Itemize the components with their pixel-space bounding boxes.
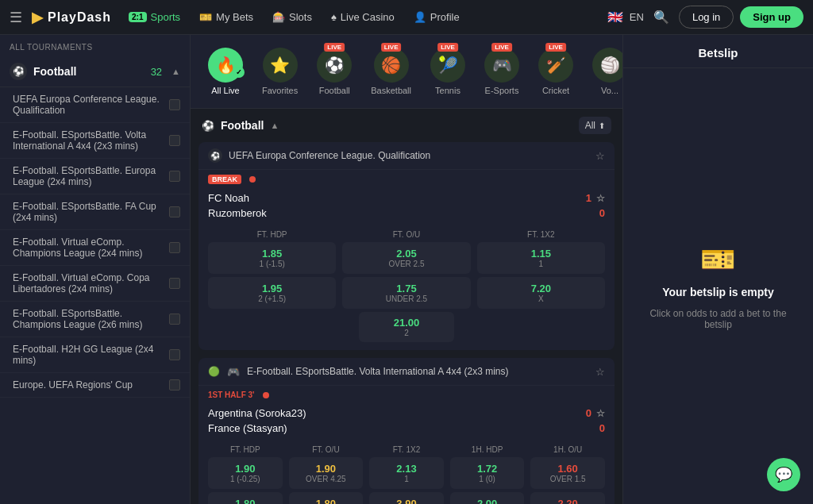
home-team-row: FC Noah 1 ☆ [208,190,605,206]
odds-button[interactable]: 1.80 UNDER 4.25 [289,492,364,504]
sidebar-item-checkbox[interactable] [169,135,180,146]
live-badge: LIVE [437,43,458,52]
section-sport-icon: ⚽ [202,120,214,132]
sport-tab-football[interactable]: LIVE ⚽ Football [309,43,360,100]
odds-row: 1.80 2 (+0.25) 1.80 UNDER 4.25 3.90 X 2.… [208,492,605,504]
sidebar-item-checkbox[interactable] [169,206,180,217]
favorites-label: Favorites [262,86,298,95]
tennis-label: Tennis [435,86,460,95]
odds-header: FT. O/U [342,230,470,239]
live-badge: LIVE [324,43,345,52]
home-team-row: Argentina (Soroka23) 0 ☆ [208,406,605,421]
odds-button[interactable]: 2.13 1 [369,457,444,489]
odds-grid: FT. HDPFT. O/UFT. 1X2 1.85 1 (-1.5) 2.05… [198,225,615,350]
sidebar-item-checkbox[interactable] [169,314,180,325]
signup-button[interactable]: Sign up [740,6,803,28]
favorites-icon: ⭐ [263,48,298,83]
sidebar-item-checkbox[interactable] [169,278,180,289]
sport-tab-tennis[interactable]: LIVE 🎾 Tennis [422,43,473,100]
home-score-value: 0 [579,407,591,419]
sidebar-list-item[interactable]: E-Football. ESportsBattle. FA Cup (2x4 m… [0,194,190,230]
betslip-empty-title: Your betslip is empty [662,286,774,298]
match-league-name: E-Football. ESportsBattle. Volta Interna… [247,366,589,377]
hamburger-menu[interactable]: ☰ [10,9,22,26]
section-filter-button[interactable]: All ⬆ [579,117,611,134]
logo[interactable]: ▶ PlayDash [32,9,111,26]
sidebar-list-item[interactable]: E-Football. ESportsBattle. Volta Interna… [0,123,190,159]
nav-slots[interactable]: 🎰 Slots [264,7,320,27]
odds-button[interactable]: 2.05 OVER 2.5 [342,242,470,274]
sidebar-item-checkbox[interactable] [169,242,180,253]
match-card-match2: 🟢🎮 E-Football. ESportsBattle. Volta Inte… [198,358,615,504]
match-teams: Argentina (Soroka23) 0 ☆ France (Stasyan… [198,404,615,441]
sidebar-list-item[interactable]: E-Football. H2H GG League (2x4 mins) [0,337,190,373]
sidebar-list-item[interactable]: UEFA Europa Conference League. Qualifica… [0,87,190,123]
match-teams: FC Noah 1 ☆ Ruzomberok 0 [198,189,615,225]
match-cards-container: ⚽ UEFA Europa Conference League. Qualifi… [191,142,622,504]
sidebar-list-item[interactable]: E-Football. Virtual eComp. Copa Libertad… [0,266,190,302]
home-team-score: 0 ☆ [579,407,605,419]
live-badge: LIVE [545,43,566,52]
home-team-name: Argentina (Soroka23) [208,407,306,419]
odds-header: 1H. HDP [450,445,525,454]
odds-button[interactable]: 2.20 UNDER 1. [530,492,605,504]
odds-button[interactable]: 1.75 UNDER 2.5 [342,277,470,309]
nav-livecasino[interactable]: ♠ Live Casino [323,7,403,27]
favorite-star-icon[interactable]: ☆ [595,150,605,162]
favorite-star-icon[interactable]: ☆ [595,366,605,378]
livecasino-icon: ♠ [331,11,337,23]
sport-tab-more[interactable]: 🏐 Vo... [584,43,622,100]
odds-button[interactable]: 3.90 X [369,492,444,504]
sidebar-item-label: E-Football. Virtual eComp. Champions Lea… [13,237,169,259]
odds-label: 1 (-0.25) [212,475,279,483]
odds-button[interactable]: 1.90 1 (-0.25) [208,457,283,489]
live-dot [249,176,256,183]
sport-tab-basketball[interactable]: LIVE 🏀 Basketball [363,43,419,100]
sport-tab-favorites[interactable]: ⭐ Favorites [254,43,306,100]
sidebar-item-checkbox[interactable] [169,171,180,182]
sidebar-list-item[interactable]: E-Football. Virtual eComp. Champions Lea… [0,230,190,266]
team-star-icon[interactable]: ☆ [596,193,605,204]
odds-headers: FT. HDPFT. O/UFT. 1X2 [208,230,605,239]
sidebar-list-item[interactable]: E-Football. ESportsBattle. Champions Lea… [0,302,190,337]
sidebar-item-checkbox[interactable] [169,349,180,360]
odds-button[interactable]: 1.90 OVER 4.25 [289,457,364,489]
odds-button[interactable]: 1.60 OVER 1.5 [530,457,605,489]
extra-odds-value: 21.00 [362,317,451,329]
sport-tab-esports[interactable]: LIVE 🎮 E-Sports [476,43,527,100]
sport-tab-alllive[interactable]: 🔥 ✓ All Live [200,43,251,100]
main-layout: ALL TOURNAMENTS ⚽ Football 32 ▲ UEFA Eur… [0,35,813,504]
home-team-score: 1 ☆ [579,192,605,204]
odds-button[interactable]: 1.72 1 (0) [450,457,525,489]
sidebar-item-checkbox[interactable] [169,99,180,110]
nav-mybets[interactable]: 🎫 My Bets [191,7,261,27]
search-button[interactable]: 🔍 [650,6,672,28]
sidebar-item-checkbox[interactable] [169,379,180,391]
sidebar-sport-header[interactable]: ⚽ Football 32 ▲ [0,56,190,87]
odds-value: 1.80 [212,498,279,504]
sidebar-list-item[interactable]: E-Football. ESportsBattle. Europa League… [0,159,190,194]
sidebar-sport-count: 32 [151,66,162,78]
top-navigation: ☰ ▶ PlayDash 2:1 Sports 🎫 My Bets 🎰 Slot… [0,0,813,35]
sport-tab-cricket[interactable]: LIVE 🏏 Cricket [530,43,581,100]
odds-header: FT. HDP [208,445,283,454]
odds-button[interactable]: 2.00 2 (0) [450,492,525,504]
login-button[interactable]: Log in [679,6,734,29]
odds-button[interactable]: 1.85 1 (-1.5) [208,242,336,274]
football-icon: ⚽ [317,48,352,83]
odds-button[interactable]: 7.20 X [477,277,605,309]
sidebar-list-item[interactable]: Europe. UEFA Regions' Cup [0,373,190,398]
nav-profile[interactable]: 👤 Profile [406,7,468,27]
extra-odds-button[interactable]: 21.00 2 [359,312,454,342]
nav-sports[interactable]: 2:1 Sports [121,7,188,27]
chat-button[interactable]: 💬 [767,458,800,491]
live-dot [263,392,269,398]
odds-button[interactable]: 1.15 1 [477,242,605,274]
sidebar: ALL TOURNAMENTS ⚽ Football 32 ▲ UEFA Eur… [0,35,191,504]
odds-button[interactable]: 1.80 2 (+0.25) [208,492,283,504]
odds-header: 1H. O/U [530,445,605,454]
odds-button[interactable]: 1.95 2 (+1.5) [208,277,336,309]
sport-tabs-bar: 🔥 ✓ All Live ⭐ Favorites LIVE ⚽ Football… [191,35,622,109]
team-star-icon[interactable]: ☆ [596,408,605,419]
sidebar-section-title: ALL TOURNAMENTS [0,35,190,56]
